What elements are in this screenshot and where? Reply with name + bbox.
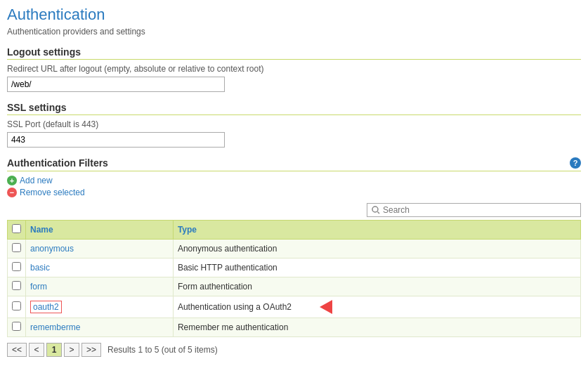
logout-url-label: Redirect URL after logout (empty, absolu… — [7, 64, 581, 74]
row-type-text: Basic HTTP authentication — [173, 259, 580, 277]
row-name-cell: rememberme — [26, 318, 174, 337]
row-type-text: Remember me authentication — [173, 318, 580, 337]
remove-selected-link[interactable]: − Remove selected — [7, 188, 581, 197]
table-row: anonymousAnonymous authentication — [8, 240, 581, 259]
ssl-settings-section: SSL settings SSL Port (default is 443) — [7, 102, 581, 148]
header-checkbox-col — [8, 221, 26, 240]
table-row: formForm authentication — [8, 277, 581, 296]
row-type-text: Form authentication — [173, 277, 580, 296]
search-input[interactable] — [383, 205, 576, 215]
pagination-current[interactable]: 1 — [46, 343, 62, 357]
filters-table: Name Type anonymousAnonymous authenticat… — [7, 220, 581, 337]
pagination-first[interactable]: << — [7, 343, 27, 357]
row-checkbox-cell — [8, 318, 26, 337]
logout-heading: Logout settings — [7, 46, 581, 58]
arrow-cell-wrapper: Authentication using a OAuth2 — [178, 300, 576, 314]
search-box — [367, 203, 581, 217]
logout-url-input[interactable] — [7, 77, 225, 92]
ssl-port-label: SSL Port (default is 443) — [7, 119, 581, 129]
table-row: remembermeRemember me authentication — [8, 318, 581, 337]
action-links: + Add new − Remove selected — [7, 176, 581, 197]
table-row: basicBasic HTTP authentication — [8, 259, 581, 277]
row-checkbox-cell — [8, 277, 26, 296]
pagination-prev[interactable]: < — [29, 343, 44, 357]
search-row — [7, 203, 581, 217]
table-row: oauth2Authentication using a OAuth2 — [8, 296, 581, 318]
search-icon — [372, 206, 380, 214]
col-name-header: Name — [26, 221, 174, 240]
select-all-checkbox[interactable] — [12, 224, 21, 233]
page-subtitle: Authentication providers and settings — [7, 27, 581, 37]
remove-selected-label: Remove selected — [20, 188, 85, 197]
row-type-text: Anonymous authentication — [173, 240, 580, 259]
row-checkbox-cell — [8, 240, 26, 259]
row-checkbox[interactable] — [12, 262, 21, 271]
row-checkbox[interactable] — [12, 281, 21, 290]
row-name-cell: basic — [26, 259, 174, 277]
row-checkbox-cell — [8, 296, 26, 318]
row-checkbox[interactable] — [12, 301, 21, 310]
row-type-cell: Authentication using a OAuth2 — [173, 296, 580, 318]
row-name-link[interactable]: basic — [30, 263, 50, 273]
row-name-cell: anonymous — [26, 240, 174, 259]
add-new-link[interactable]: + Add new — [7, 176, 581, 185]
filters-heading: Authentication Filters — [7, 157, 108, 169]
remove-icon: − — [7, 188, 17, 197]
col-type-header: Type — [173, 221, 580, 240]
pagination-next[interactable]: > — [64, 343, 79, 357]
pagination: << < 1 > >> Results 1 to 5 (out of 5 ite… — [7, 343, 581, 357]
row-name-link[interactable]: oauth2 — [30, 301, 62, 313]
ssl-heading: SSL settings — [7, 102, 581, 113]
row-name-link[interactable]: rememberme — [30, 322, 80, 332]
page-title: Authentication — [7, 6, 581, 24]
table-body: anonymousAnonymous authenticationbasicBa… — [8, 240, 581, 337]
add-icon: + — [7, 176, 17, 185]
auth-filters-section: Authentication Filters ? + Add new − Rem… — [7, 157, 581, 357]
pagination-last[interactable]: >> — [81, 343, 101, 357]
ssl-section-header: SSL settings — [7, 102, 581, 115]
row-name-cell: form — [26, 277, 174, 296]
svg-line-1 — [378, 212, 380, 214]
svg-point-0 — [372, 207, 378, 212]
row-name-link[interactable]: anonymous — [30, 244, 74, 254]
filters-header: Authentication Filters ? — [7, 157, 581, 171]
row-checkbox[interactable] — [12, 322, 21, 331]
row-name-cell: oauth2 — [26, 296, 174, 318]
logout-settings-section: Logout settings Redirect URL after logou… — [7, 46, 581, 92]
help-icon[interactable]: ? — [570, 157, 581, 169]
row-type-text: Authentication using a OAuth2 — [178, 302, 292, 312]
ssl-port-input[interactable] — [7, 132, 225, 148]
row-name-link[interactable]: form — [30, 282, 47, 292]
add-new-label: Add new — [20, 176, 53, 185]
row-checkbox-cell — [8, 259, 26, 277]
table-header: Name Type — [8, 221, 581, 240]
red-arrow-icon — [320, 300, 332, 314]
pagination-info: Results 1 to 5 (out of 5 items) — [107, 345, 218, 355]
logout-section-header: Logout settings — [7, 46, 581, 60]
row-checkbox[interactable] — [12, 243, 21, 252]
